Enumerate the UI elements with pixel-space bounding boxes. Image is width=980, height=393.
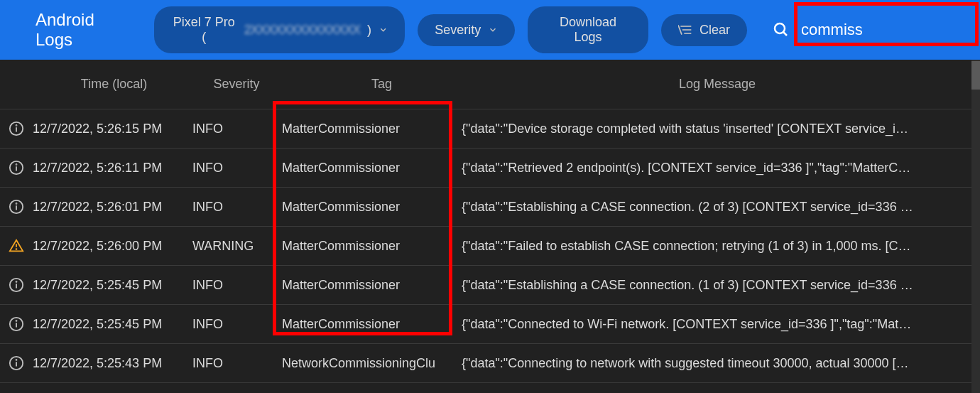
page-title: Android Logs <box>36 10 134 50</box>
device-selector[interactable]: Pixel 7 Pro (2XXXXXXXXXXXXXX) <box>154 6 405 53</box>
search-icon <box>773 21 790 38</box>
info-icon <box>0 355 33 371</box>
cell-severity: INFO <box>192 122 281 136</box>
cell-tag: MatterCommissioner <box>281 278 454 293</box>
cell-tag: MatterCommissioner <box>281 161 454 176</box>
severity-selector[interactable]: Severity <box>418 14 515 46</box>
cell-time: 12/7/2022, 5:26:15 PM <box>33 122 192 136</box>
column-header-severity[interactable]: Severity <box>192 77 281 92</box>
svg-point-22 <box>16 321 17 321</box>
info-icon <box>0 121 33 136</box>
cell-time: 12/7/2022, 5:25:45 PM <box>33 278 192 293</box>
device-id-blurred: 2XXXXXXXXXXXXXX <box>244 23 360 38</box>
table-row[interactable]: 12/7/2022, 5:25:45 PMINFOMatterCommissio… <box>0 305 980 344</box>
cell-time: 12/7/2022, 5:26:11 PM <box>33 161 192 176</box>
info-icon <box>0 199 33 215</box>
severity-label: Severity <box>435 23 481 38</box>
cell-severity: INFO <box>192 317 281 332</box>
scrollbar-thumb[interactable] <box>971 61 980 90</box>
svg-point-11 <box>16 164 17 165</box>
column-header-tag[interactable]: Tag <box>281 77 454 92</box>
column-header-time[interactable]: Time (local) <box>33 77 192 92</box>
cell-severity: WARNING <box>192 239 281 254</box>
chevron-down-icon <box>488 25 498 35</box>
cell-severity: INFO <box>192 200 281 215</box>
table-row[interactable]: 12/7/2022, 5:25:42 PMINFOMatterCommissio… <box>0 383 980 393</box>
log-table: Time (local) Severity Tag Log Message 12… <box>0 60 980 393</box>
cell-time: 12/7/2022, 5:26:01 PM <box>33 200 192 215</box>
download-logs-button[interactable]: Download Logs <box>528 6 648 53</box>
cell-time: 12/7/2022, 5:25:45 PM <box>33 317 192 332</box>
table-row[interactable]: 12/7/2022, 5:26:00 PMWARNINGMatterCommis… <box>0 227 980 266</box>
info-icon <box>0 316 33 332</box>
cell-severity: INFO <box>192 356 281 371</box>
table-row[interactable]: 12/7/2022, 5:25:43 PMINFONetworkCommissi… <box>0 344 980 383</box>
search-wrap <box>773 16 966 44</box>
info-icon <box>0 277 33 293</box>
cell-message: {"data":"Establishing a CASE connection.… <box>454 200 980 215</box>
svg-point-14 <box>16 203 17 204</box>
chevron-down-icon <box>379 25 388 35</box>
warning-icon <box>0 238 33 254</box>
device-label-suffix: ) <box>367 23 371 38</box>
search-input[interactable] <box>795 16 966 44</box>
svg-point-4 <box>775 23 785 33</box>
cell-message: {"data":"Failed to establish CASE connec… <box>454 239 980 254</box>
cell-message: {"data":"Device storage completed with s… <box>454 122 980 136</box>
cell-message: {"data":"Establishing a CASE connection.… <box>454 278 980 293</box>
device-label-prefix: Pixel 7 Pro ( <box>171 15 237 45</box>
table-header-row: Time (local) Severity Tag Log Message <box>0 60 980 109</box>
clear-button[interactable]: Clear <box>661 14 747 46</box>
svg-line-5 <box>783 32 787 36</box>
table-row[interactable]: 12/7/2022, 5:26:11 PMINFOMatterCommissio… <box>0 149 980 188</box>
cell-time: 12/7/2022, 5:26:00 PM <box>33 239 192 254</box>
clear-filter-icon <box>678 23 692 36</box>
cell-tag: MatterCommissioner <box>281 317 454 332</box>
svg-point-16 <box>16 249 17 249</box>
cell-tag: NetworkCommissioningClu <box>281 356 454 371</box>
cell-tag: MatterCommissioner <box>281 239 454 254</box>
download-label: Download Logs <box>545 15 631 45</box>
cell-tag: MatterCommissioner <box>281 122 454 136</box>
table-row[interactable]: 12/7/2022, 5:26:15 PMINFOMatterCommissio… <box>0 109 980 149</box>
svg-point-25 <box>16 360 17 360</box>
svg-point-8 <box>16 125 17 126</box>
column-header-message[interactable]: Log Message <box>454 77 980 92</box>
table-row[interactable]: 12/7/2022, 5:25:45 PMINFOMatterCommissio… <box>0 266 980 305</box>
clear-label: Clear <box>699 23 730 38</box>
table-row[interactable]: 12/7/2022, 5:26:01 PMINFOMatterCommissio… <box>0 188 980 227</box>
cell-severity: INFO <box>192 278 281 293</box>
header-bar: Android Logs Pixel 7 Pro (2XXXXXXXXXXXXX… <box>0 0 980 60</box>
cell-message: {"data":"Connecting to network with sugg… <box>454 356 980 371</box>
cell-severity: INFO <box>192 161 281 176</box>
cell-message: {"data":"Retrieved 2 endpoint(s). [CONTE… <box>454 161 980 176</box>
svg-point-19 <box>16 281 17 282</box>
scrollbar[interactable] <box>971 60 980 393</box>
info-icon <box>0 160 33 176</box>
cell-time: 12/7/2022, 5:25:43 PM <box>33 356 192 371</box>
cell-message: {"data":"Connected to Wi-Fi network. [CO… <box>454 317 980 332</box>
cell-tag: MatterCommissioner <box>281 200 454 215</box>
